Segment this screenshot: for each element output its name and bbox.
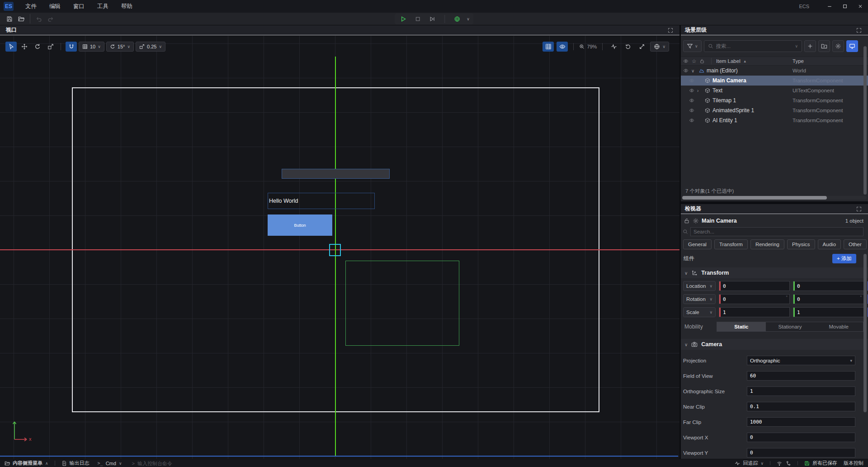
launch-globe-button[interactable] bbox=[452, 14, 462, 24]
projection-dropdown[interactable]: Orthographic ▾ bbox=[747, 356, 855, 365]
location-mode-dropdown[interactable]: Location∨ bbox=[683, 281, 716, 291]
hierarchy-vscrollbar[interactable] bbox=[863, 46, 867, 195]
zoom-control[interactable]: 79% bbox=[579, 44, 597, 49]
step-button[interactable] bbox=[427, 14, 437, 24]
mobility-stationary[interactable]: Stationary bbox=[766, 322, 815, 331]
menu-window[interactable]: 窗口 bbox=[67, 0, 91, 13]
selection-highlight-square[interactable] bbox=[329, 244, 341, 256]
add-entity-button[interactable] bbox=[804, 40, 816, 52]
scale-x-field[interactable] bbox=[719, 307, 790, 317]
console-command-input[interactable] bbox=[137, 461, 205, 466]
expand-chevron-icon[interactable]: ∨ bbox=[691, 68, 699, 73]
hierarchy-columns-header[interactable]: ☆ Item Label ▲ Type bbox=[681, 57, 868, 66]
select-tool-button[interactable] bbox=[5, 42, 17, 52]
scale-y-field[interactable] bbox=[793, 307, 864, 317]
tree-row-world[interactable]: ∨ main (Editor) World bbox=[681, 66, 868, 76]
mobility-movable[interactable]: Movable bbox=[814, 322, 863, 331]
tab-rendering[interactable]: Rendering bbox=[750, 239, 784, 249]
tab-general[interactable]: General bbox=[683, 239, 712, 249]
content-drawer-button[interactable]: 内容侧滑菜单 ∧ bbox=[5, 460, 48, 467]
collapse-chevron-icon[interactable]: ∨ bbox=[684, 271, 688, 276]
visibility-eye-button[interactable] bbox=[557, 42, 568, 52]
snap-toggle-button[interactable] bbox=[66, 42, 77, 52]
scene-region-rect[interactable] bbox=[345, 261, 459, 346]
save-icon[interactable] bbox=[4, 14, 15, 24]
location-y-field[interactable] bbox=[793, 281, 864, 291]
fullscreen-button[interactable] bbox=[636, 42, 647, 52]
tree-row-text[interactable]: › Text UITextComponent bbox=[681, 86, 868, 95]
maximize-button[interactable] bbox=[837, 0, 853, 13]
viewport-world-dropdown[interactable]: ∨ bbox=[650, 42, 669, 52]
expand-chevron-icon[interactable]: › bbox=[697, 88, 705, 93]
viewport-link-button[interactable] bbox=[846, 40, 858, 52]
transform-section-header[interactable]: ∨ Transform bbox=[681, 267, 868, 278]
minimize-button[interactable] bbox=[822, 0, 837, 13]
field-of-view-field[interactable] bbox=[747, 371, 855, 381]
new-folder-button[interactable] bbox=[818, 40, 830, 52]
cmd-dropdown[interactable]: >_ Cmd ∨ bbox=[98, 461, 122, 466]
network-status-icon[interactable] bbox=[777, 461, 782, 466]
grid-visibility-button[interactable] bbox=[542, 42, 554, 52]
redo-button[interactable] bbox=[45, 14, 57, 24]
scene-text-object[interactable]: Hello World bbox=[268, 193, 375, 209]
viewport-x-field[interactable] bbox=[747, 433, 855, 442]
location-x-field[interactable] bbox=[719, 281, 790, 291]
inspector-search-input[interactable] bbox=[693, 229, 860, 234]
column-type[interactable]: Type bbox=[793, 58, 804, 64]
rotation-mode-dropdown[interactable]: Rotation∨ bbox=[683, 294, 716, 304]
menu-file[interactable]: 文件 bbox=[19, 0, 43, 13]
filter-dropdown[interactable]: ∨ bbox=[683, 40, 702, 52]
column-item-label[interactable]: Item Label bbox=[716, 58, 741, 64]
open-folder-icon[interactable] bbox=[15, 14, 27, 24]
scale-tool-button[interactable] bbox=[45, 42, 56, 52]
hierarchy-search[interactable]: ∨ bbox=[704, 40, 802, 52]
play-button[interactable] bbox=[398, 14, 408, 24]
app-logo[interactable]: ES bbox=[4, 2, 14, 11]
scene-panel-object[interactable] bbox=[282, 169, 390, 179]
launch-options-chevron[interactable]: ∨ bbox=[467, 17, 470, 21]
tree-row-animatedsprite[interactable]: AnimatedSprite 1 TransformComponent bbox=[681, 105, 868, 115]
hierarchy-hscrollbar[interactable] bbox=[682, 196, 867, 200]
rotation-y-field[interactable]: ° bbox=[793, 294, 864, 304]
close-button[interactable] bbox=[853, 0, 868, 13]
scale-snap-dropdown[interactable]: 0.25 ∨ bbox=[136, 42, 165, 52]
tab-audio[interactable]: Audio bbox=[818, 239, 841, 249]
move-tool-button[interactable] bbox=[19, 42, 30, 52]
mobility-static[interactable]: Static bbox=[717, 322, 766, 331]
tree-row-main-camera[interactable]: Main Camera TransformComponent bbox=[681, 76, 868, 86]
console-command[interactable]: > bbox=[132, 461, 205, 466]
hierarchy-settings-button[interactable] bbox=[832, 40, 844, 52]
viewport-canvas[interactable]: Hello World Button x bbox=[0, 36, 679, 459]
tree-row-tilemap[interactable]: Tilemap 1 TransformComponent bbox=[681, 95, 868, 105]
tab-transform[interactable]: Transform bbox=[714, 239, 748, 249]
inspector-vscrollbar[interactable] bbox=[863, 254, 867, 412]
reset-view-button[interactable] bbox=[622, 42, 633, 52]
viewport-y-field[interactable] bbox=[747, 448, 855, 457]
rotation-x-field[interactable]: ° bbox=[719, 294, 790, 304]
inspector-maximize-icon[interactable] bbox=[856, 206, 862, 212]
scene-button-object[interactable]: Button bbox=[268, 214, 332, 236]
scale-mode-dropdown[interactable]: Scale∨ bbox=[683, 307, 716, 317]
hierarchy-maximize-icon[interactable] bbox=[856, 28, 862, 33]
rotate-tool-button[interactable] bbox=[32, 42, 43, 52]
trace-dropdown[interactable]: 回追踪 ∨ bbox=[735, 460, 764, 467]
far-clip-field[interactable] bbox=[747, 417, 855, 427]
camera-section-header[interactable]: ∨ Camera bbox=[681, 339, 868, 350]
version-control-button[interactable]: 版本控制 bbox=[844, 460, 863, 467]
viewport-maximize-icon[interactable] bbox=[668, 28, 673, 33]
stats-pulse-button[interactable] bbox=[608, 42, 619, 52]
stop-button[interactable] bbox=[413, 14, 423, 24]
menu-edit[interactable]: 编辑 bbox=[43, 0, 67, 13]
menu-tools[interactable]: 工具 bbox=[91, 0, 115, 13]
add-component-button[interactable]: + 添加 bbox=[832, 254, 856, 263]
output-log-button[interactable]: 输出日志 bbox=[61, 460, 90, 467]
rotation-snap-dropdown[interactable]: 15° ∨ bbox=[106, 42, 134, 52]
menu-help[interactable]: 帮助 bbox=[115, 0, 139, 13]
hierarchy-search-input[interactable] bbox=[716, 43, 793, 49]
near-clip-field[interactable] bbox=[747, 402, 855, 411]
tab-physics[interactable]: Physics bbox=[787, 239, 815, 249]
undo-button[interactable] bbox=[33, 14, 45, 24]
collapse-chevron-icon[interactable]: ∨ bbox=[684, 342, 688, 347]
grid-snap-dropdown[interactable]: 10 ∨ bbox=[79, 42, 104, 52]
tree-row-ai-entity[interactable]: AI Entity 1 TransformComponent bbox=[681, 115, 868, 125]
